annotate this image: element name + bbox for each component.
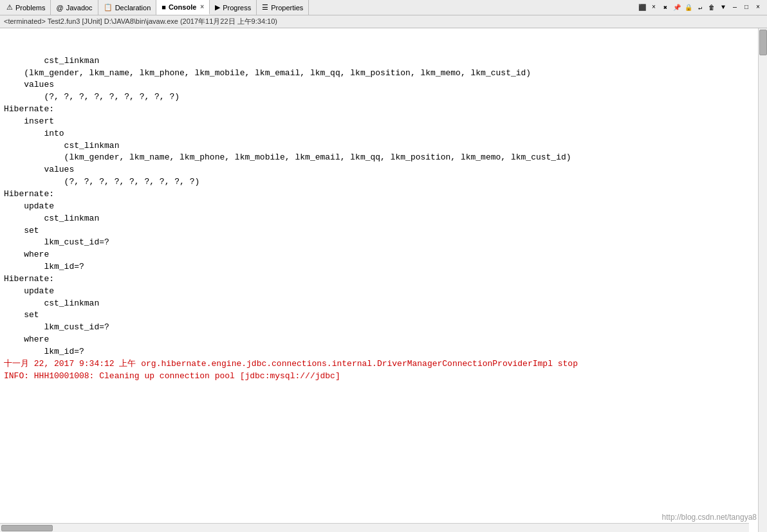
status-bar: <terminated> Test2.fun3 [JUnit] D:\JAVA8… (0, 15, 767, 28)
console-line-3: (?, ?, ?, ?, ?, ?, ?, ?, ?) (4, 92, 180, 102)
tab-list: ⚠Problems@Javadoc📋Declaration■Console×▶P… (1, 0, 634, 15)
console-line-9: values (4, 165, 74, 174)
console-line-22: lkm_cust_id=? (4, 322, 109, 332)
maximize-btn[interactable]: □ (741, 3, 752, 13)
console-line-15: lkm_cust_id=? (4, 237, 109, 247)
properties-tab-label: Properties (271, 4, 303, 12)
console-tab-close[interactable]: × (200, 3, 204, 10)
console-line-7: cst_linkman (4, 141, 119, 151)
minimize-btn[interactable]: — (730, 3, 740, 13)
status-text: <terminated> Test2.fun3 [JUnit] D:\JAVA8… (4, 17, 277, 26)
console-line-21: set (4, 310, 39, 320)
tab-javadoc[interactable]: @Javadoc (51, 0, 98, 15)
problems-tab-icon: ⚠ (6, 3, 13, 12)
tab-progress[interactable]: ▶Progress (210, 0, 257, 15)
console-line-16: where (4, 250, 49, 259)
console-line-11: Hibernate: (4, 189, 54, 199)
console-tab-icon: ■ (162, 3, 166, 11)
declaration-tab-icon: 📋 (104, 3, 113, 12)
console-line-2: values (4, 80, 54, 89)
menu-btn[interactable]: ▼ (718, 3, 728, 13)
javadoc-tab-label: Javadoc (66, 4, 93, 12)
pin-btn[interactable]: 📌 (672, 3, 682, 13)
vertical-scrollbar[interactable] (758, 28, 767, 532)
clear-btn[interactable]: 🗑 (707, 3, 717, 13)
remove-all-btn[interactable]: ✖ (660, 3, 670, 13)
console-line-14: set (4, 226, 39, 235)
remove-btn[interactable]: × (649, 3, 659, 13)
declaration-tab-label: Declaration (115, 4, 151, 12)
console-line-19: update (4, 286, 54, 296)
console-line-12: update (4, 201, 54, 211)
console-line-25: 十一月 22, 2017 9:34:12 上午 org.hibernate.en… (4, 359, 578, 369)
console-line-4: Hibernate: (4, 104, 54, 114)
console-line-17: lkm_id=? (4, 262, 84, 271)
console-line-20: cst_linkman (4, 298, 99, 308)
horizontal-scrollbar[interactable] (0, 523, 749, 532)
tab-console[interactable]: ■Console× (156, 0, 210, 15)
close-btn[interactable]: × (753, 3, 763, 13)
scroll-lock-btn[interactable]: 🔒 (683, 3, 694, 13)
console-output[interactable]: cst_linkman (lkm_gender, lkm_name, lkm_p… (0, 28, 758, 532)
console-line-13: cst_linkman (4, 214, 99, 223)
console-text-block: cst_linkman (lkm_gender, lkm_name, lkm_p… (4, 31, 754, 382)
console-line-5: insert (4, 116, 54, 126)
console-line-1: (lkm_gender, lkm_name, lkm_phone, lkm_mo… (4, 68, 531, 78)
console-line-0: cst_linkman (24, 56, 99, 66)
tab-declaration[interactable]: 📋Declaration (98, 0, 157, 15)
properties-tab-icon: ☰ (262, 3, 268, 12)
v-scrollbar-thumb[interactable] (759, 30, 767, 55)
console-line-24: lkm_id=? (4, 347, 84, 356)
watermark: http://blog.csdn.net/tangya8 (662, 513, 757, 522)
console-tab-label: Console (169, 3, 196, 11)
console-line-10: (?, ?, ?, ?, ?, ?, ?, ?, ?) (4, 177, 199, 187)
console-line-26: INFO: HHH10001008: Cleaning up connectio… (4, 371, 340, 381)
problems-tab-label: Problems (15, 4, 45, 12)
console-line-18: Hibernate: (4, 274, 54, 284)
word-wrap-btn[interactable]: ↵ (695, 3, 705, 13)
tab-bar: ⚠Problems@Javadoc📋Declaration■Console×▶P… (0, 0, 767, 15)
console-line-8: (lkm_gender, lkm_name, lkm_phone, lkm_mo… (4, 152, 571, 162)
console-line-6: into (4, 129, 64, 138)
console-line-23: where (4, 335, 49, 344)
progress-tab-icon: ▶ (215, 3, 220, 12)
terminate-btn[interactable]: ⬛ (637, 3, 647, 13)
tab-problems[interactable]: ⚠Problems (1, 0, 51, 15)
tab-properties[interactable]: ☰Properties (257, 0, 309, 15)
h-scrollbar-thumb[interactable] (1, 525, 53, 531)
progress-tab-label: Progress (223, 4, 251, 12)
javadoc-tab-icon: @ (56, 4, 63, 12)
toolbar-buttons: ⬛ × ✖ 📌 🔒 ↵ 🗑 ▼ — □ × (634, 3, 766, 13)
